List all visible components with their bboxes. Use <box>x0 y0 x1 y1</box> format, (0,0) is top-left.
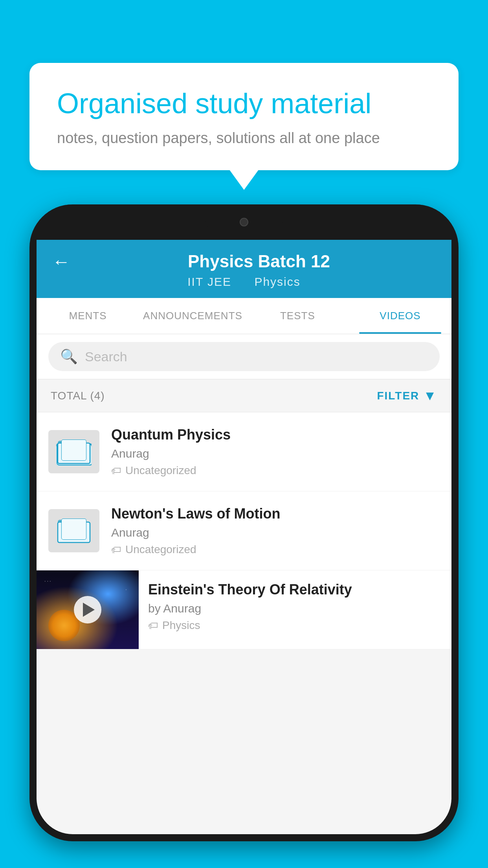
total-count: TOTAL (4) <box>51 390 105 402</box>
subtitle-physics: Physics <box>254 275 300 288</box>
tab-videos[interactable]: VIDEOS <box>349 298 451 334</box>
folder-thumbnail-2 <box>48 509 99 552</box>
search-icon: 🔍 <box>60 348 78 365</box>
list-item[interactable]: · · · · Einstein's Theory Of Relativity … <box>37 570 451 649</box>
tab-ments[interactable]: MENTS <box>37 298 139 334</box>
phone-screen: ← Physics Batch 12 IIT JEE Physics MENTS… <box>37 240 451 834</box>
video-author-1: Anurag <box>111 447 440 460</box>
speech-bubble: Organised study material notes, question… <box>29 63 459 170</box>
video-author-3: by Anurag <box>148 602 442 615</box>
video-info-2: Newton's Laws of Motion Anurag 🏷 Uncateg… <box>111 506 440 556</box>
tag-icon-2: 🏷 <box>111 544 121 556</box>
video-tag-3: 🏷 Physics <box>148 619 442 632</box>
play-triangle-icon <box>83 603 95 617</box>
video-tag-2: 🏷 Uncategorized <box>111 543 440 556</box>
filter-row: TOTAL (4) FILTER ▼ <box>37 379 451 412</box>
speech-bubble-subtext: notes, question papers, solutions all at… <box>57 130 431 147</box>
video-thumbnail-einstein: · · · · <box>37 570 139 649</box>
video-list: Quantum Physics Anurag 🏷 Uncategorized <box>37 412 451 649</box>
header-subtitle: IIT JEE Physics <box>183 275 305 289</box>
folder-thumbnail-1 <box>48 430 99 473</box>
tag-text-1: Uncategorized <box>125 464 196 477</box>
batch-title: Physics Batch 12 <box>82 252 436 271</box>
phone-frame: 14:29 ▾◂ ▂▄▆ ▮ ← Physics Batch 12 IIT JE… <box>29 204 459 841</box>
list-item[interactable]: Newton's Laws of Motion Anurag 🏷 Uncateg… <box>37 491 451 570</box>
back-button[interactable]: ← <box>52 251 70 272</box>
header-top: ← Physics Batch 12 <box>52 251 436 272</box>
video-author-2: Anurag <box>111 526 440 539</box>
video-title-2: Newton's Laws of Motion <box>111 506 440 522</box>
front-camera <box>240 218 248 226</box>
svg-rect-7 <box>62 440 86 460</box>
video-info-3: Einstein's Theory Of Relativity by Anura… <box>139 570 451 643</box>
search-placeholder: Search <box>85 349 127 364</box>
subtitle-iitjee: IIT JEE <box>187 275 231 288</box>
list-item[interactable]: Quantum Physics Anurag 🏷 Uncategorized <box>37 412 451 491</box>
video-title-3: Einstein's Theory Of Relativity <box>148 581 442 598</box>
tab-tests[interactable]: TESTS <box>246 298 349 334</box>
speech-bubble-heading: Organised study material <box>57 86 431 120</box>
filter-funnel-icon: ▼ <box>423 388 437 403</box>
filter-button[interactable]: FILTER ▼ <box>377 388 437 403</box>
search-bar-container: 🔍 Search <box>37 334 451 379</box>
play-button[interactable] <box>74 596 101 623</box>
filter-label: FILTER <box>377 390 419 402</box>
video-tag-1: 🏷 Uncategorized <box>111 464 440 477</box>
tag-text-3: Physics <box>162 619 200 632</box>
phone-notch <box>29 204 459 240</box>
tab-announcements[interactable]: ANNOUNCEMENTS <box>139 298 246 334</box>
video-title-1: Quantum Physics <box>111 427 440 443</box>
svg-rect-11 <box>62 519 86 539</box>
folder-icon-2 <box>56 515 92 546</box>
video-info-1: Quantum Physics Anurag 🏷 Uncategorized <box>111 427 440 477</box>
folder-icon-1 <box>56 436 92 467</box>
search-input[interactable]: 🔍 Search <box>48 342 440 371</box>
tabs-bar: MENTS ANNOUNCEMENTS TESTS VIDEOS <box>37 298 451 334</box>
app-header: ← Physics Batch 12 IIT JEE Physics <box>37 240 451 298</box>
tag-icon-3: 🏷 <box>148 620 158 632</box>
tag-text-2: Uncategorized <box>125 543 196 556</box>
tag-icon-1: 🏷 <box>111 465 121 477</box>
notch-cutout <box>205 210 283 234</box>
